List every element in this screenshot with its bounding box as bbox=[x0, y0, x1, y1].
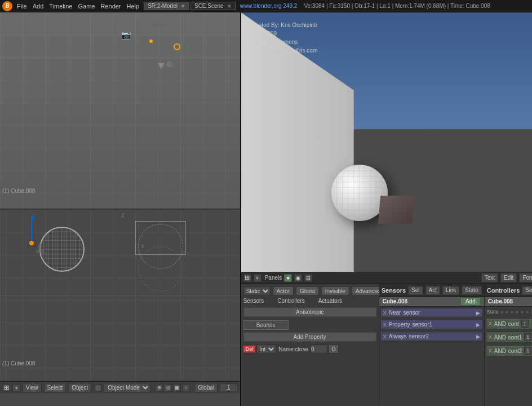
tab-model[interactable]: SR:2-Model ✕ bbox=[144, 2, 189, 10]
sensors-act-btn[interactable]: Act bbox=[425, 286, 440, 295]
prop-del-btn[interactable]: Del bbox=[243, 346, 256, 352]
tab-scene-close[interactable]: ✕ bbox=[227, 3, 232, 9]
format-btn[interactable]: Format bbox=[519, 273, 532, 283]
invisible-btn[interactable]: Invisible bbox=[321, 286, 349, 295]
actuators-label-props: Actuators bbox=[318, 298, 342, 304]
properties-panel: Static Actor Ghost Invisible Advanced Se… bbox=[241, 284, 379, 406]
sensor-always-x[interactable]: X bbox=[383, 334, 387, 339]
anisotropic-btn[interactable]: Anisotropic bbox=[243, 307, 376, 317]
sensor-item-near[interactable]: X Near sensor ▶ bbox=[380, 308, 483, 317]
ghost-btn[interactable]: Ghost bbox=[296, 286, 319, 295]
sensors-link-btn[interactable]: Link bbox=[442, 286, 459, 295]
actor-btn[interactable]: Actor bbox=[273, 286, 294, 295]
sensor-item-property[interactable]: X Property sensor1 ▶ bbox=[380, 320, 483, 329]
state-row: State All Ini D bbox=[485, 307, 532, 317]
cont1-name: cont1 bbox=[508, 334, 522, 341]
y-up-arrow: ▲ bbox=[29, 213, 36, 220]
tab-group: SR:2-Model ✕ SCE:Scene ✕ bbox=[144, 2, 236, 10]
pivot-icon-b[interactable]: ◎ bbox=[164, 384, 172, 392]
sensor-prop-arrow[interactable]: ▶ bbox=[476, 322, 480, 328]
script-btn[interactable]: Text bbox=[481, 273, 498, 283]
controller-item-cont[interactable]: X AND cont 1 bbox=[486, 318, 532, 329]
sensor-always-arrow[interactable]: ▶ bbox=[476, 334, 480, 339]
snap-icon-b[interactable]: ⊕ bbox=[155, 384, 163, 392]
sensors-state-btn[interactable]: State bbox=[462, 286, 481, 295]
panels-icon[interactable]: ■ bbox=[284, 274, 292, 282]
tab-model-close[interactable]: ✕ bbox=[181, 3, 185, 9]
menu-help[interactable]: Help bbox=[127, 3, 140, 10]
chevron-icon-b[interactable]: ▾ bbox=[12, 384, 20, 392]
state-dot-5[interactable] bbox=[520, 310, 524, 314]
controllers-header: Controllers Sel Act Link bbox=[485, 284, 532, 297]
prop-d-btn[interactable]: D bbox=[329, 345, 339, 354]
state-dot-6[interactable] bbox=[525, 310, 529, 314]
layers-icon-b[interactable]: ▦ bbox=[173, 384, 181, 392]
edit-btn[interactable]: Edit bbox=[500, 273, 517, 283]
cont2-x[interactable]: X bbox=[489, 348, 492, 354]
state-dot-3[interactable] bbox=[510, 310, 514, 314]
chevron-icon-l[interactable]: ▾ bbox=[254, 274, 261, 282]
blender-url[interactable]: www.blender.org 249.2 bbox=[240, 3, 298, 9]
state-dot-4[interactable] bbox=[515, 310, 519, 314]
3d-cursor bbox=[174, 43, 180, 50]
bounds-btn[interactable]: Bounds bbox=[243, 320, 289, 330]
mode-select-bot[interactable]: Object Mode bbox=[104, 383, 150, 392]
panels-icon2[interactable]: ◉ bbox=[294, 274, 302, 282]
view-button-bot[interactable]: View bbox=[23, 383, 42, 392]
arm-horizontal bbox=[155, 24, 166, 25]
menu-timeline[interactable]: Timeline bbox=[49, 3, 72, 10]
sensors-label: Sensors bbox=[243, 298, 264, 304]
menu-file[interactable]: File bbox=[17, 3, 27, 10]
viewport-canvas-bottom[interactable]: Z Y ▲ ♟ (1) Cube.008 bbox=[0, 210, 240, 381]
sensor-item-always[interactable]: X Always sensor2 ▶ bbox=[380, 332, 483, 341]
sensor-prop-x[interactable]: X bbox=[383, 322, 387, 328]
info-line3: Creative Commons bbox=[250, 38, 318, 46]
controllers-sel-btn[interactable]: Sel bbox=[522, 286, 532, 295]
select-button-bot[interactable]: Select bbox=[44, 383, 66, 392]
logic-content: Static Actor Ghost Invisible Advanced Se… bbox=[241, 284, 532, 406]
camera-view[interactable]: Created By: Kris Occhipinti Sept. 2009 C… bbox=[241, 12, 532, 272]
object-button-bot[interactable]: Object bbox=[68, 383, 91, 392]
panels-icon3[interactable]: ⊟ bbox=[304, 274, 312, 282]
frame-number: 1 bbox=[220, 383, 238, 392]
controller-item-cont2[interactable]: X AND cont2 1 bbox=[486, 345, 532, 356]
global-btn-bot[interactable]: Global bbox=[194, 383, 218, 392]
cont1-x[interactable]: X bbox=[489, 334, 492, 340]
sensors-sel-btn[interactable]: Sel bbox=[408, 286, 423, 295]
person-silhouette: ♟ bbox=[34, 241, 46, 257]
physics-type-select[interactable]: Static bbox=[243, 286, 271, 295]
grid-overlay bbox=[0, 12, 240, 209]
viewport-bottom-status: (1) Cube.008 bbox=[2, 360, 35, 367]
cont-x[interactable]: X bbox=[489, 321, 492, 326]
state-dot-1[interactable] bbox=[500, 310, 504, 314]
prop-value-input[interactable] bbox=[311, 345, 327, 354]
sensors-header: Sensors Sel Act Link State bbox=[379, 284, 484, 297]
sensors-title: Sensors bbox=[382, 287, 406, 294]
sensor-always-type: Always bbox=[389, 333, 407, 339]
viewport-canvas-top[interactable]: (1) Cube.008 📷 → ↑ ⚙ bbox=[0, 12, 240, 209]
sensors-add-btn[interactable]: Add bbox=[460, 297, 481, 306]
mode-icon-b bbox=[95, 385, 101, 391]
render-icon-b[interactable]: ○ bbox=[182, 384, 190, 392]
menu-render[interactable]: Render bbox=[100, 3, 121, 10]
info-line4: http://www.FilesByKris.com bbox=[250, 46, 318, 55]
menu-add[interactable]: Add bbox=[33, 3, 44, 10]
viewport-bottom: Z Y ▲ ♟ (1) Cube.008 bbox=[0, 210, 240, 406]
sensors-obj-label: Cube.008 Add bbox=[379, 297, 484, 307]
menu-game[interactable]: Game bbox=[78, 3, 95, 10]
prop-type-select[interactable]: Int bbox=[256, 345, 276, 354]
wireframe-sphere bbox=[39, 227, 85, 272]
tab-scene[interactable]: SCE:Scene ✕ bbox=[190, 2, 236, 10]
sensor-near-arrow[interactable]: ▶ bbox=[476, 310, 480, 316]
sensor-near-x[interactable]: X bbox=[383, 310, 387, 316]
state-dot-2[interactable] bbox=[505, 310, 509, 314]
info-overlay: Created By: Kris Occhipinti Sept. 2009 C… bbox=[250, 21, 318, 55]
grid-icon-b[interactable]: ⊞ bbox=[2, 384, 10, 392]
sensor-prop-name: sensor1 bbox=[412, 321, 432, 328]
grid-icon-l[interactable]: ⊞ bbox=[243, 274, 251, 282]
logic-columns: Sensors Sel Act Link State Cube.008 Add bbox=[379, 284, 532, 406]
controller-item-cont1[interactable]: X AND cont1 1 bbox=[486, 332, 532, 343]
x-axis-arrow: → bbox=[192, 55, 197, 61]
add-property-btn[interactable]: Add Property bbox=[243, 332, 376, 342]
info-line2: Sept. 2009 bbox=[250, 29, 318, 38]
